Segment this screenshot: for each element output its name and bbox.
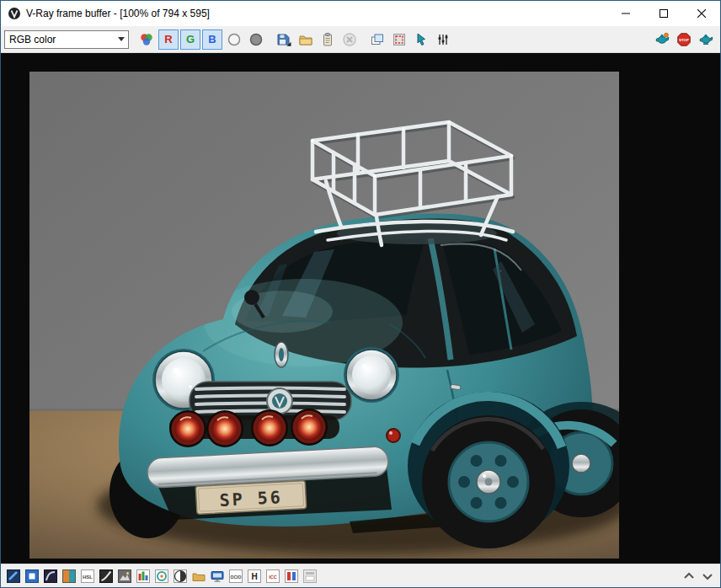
svg-text:ICC: ICC [269,574,277,579]
curve-corrections-button[interactable] [98,567,115,585]
levels-corrections-button[interactable] [135,567,152,585]
expand-corrections-button[interactable] [699,567,717,585]
caption-buttons [606,1,720,26]
stop-sign-icon: STOP [676,32,692,47]
white-balance-button[interactable] [153,567,171,585]
close-button[interactable] [682,1,720,26]
srgb-display-button[interactable] [209,567,227,585]
gamma-correction-button[interactable] [42,567,60,585]
stamp-image-icon [117,569,132,584]
dock-panel-button[interactable] [302,567,319,585]
region-render-button[interactable] [389,29,409,50]
copy-to-clipboard-button[interactable] [318,29,338,50]
rgb-channels-button[interactable] [136,29,157,50]
lut-correction-button[interactable] [190,567,208,585]
frame-buffer-viewport[interactable]: SP 56 [1,53,720,564]
clamp-colors-icon [6,569,21,584]
close-icon [697,9,706,18]
exposure-correction-button[interactable] [172,567,190,585]
chevron-down-icon [700,569,715,584]
window-title: V-Ray frame buffer - [100% of 794 x 595] [26,8,210,19]
save-image-button[interactable] [274,29,294,50]
vray-frame-buffer-window: V-Ray frame buffer - [100% of 794 x 595]… [0,0,721,588]
gamma-icon [43,569,58,584]
clear-image-button[interactable] [339,29,360,50]
duplicate-to-host-button[interactable] [367,29,387,50]
monochrome-button[interactable] [246,29,266,50]
load-image-button[interactable] [296,29,316,50]
region-render-icon [392,32,407,47]
render-last-teapot-icon [654,32,670,47]
pixel-information-button[interactable] [61,567,78,585]
channel-select-dropdown[interactable]: RGB color [4,30,129,49]
blue-channel-button[interactable]: B [202,29,222,50]
channel-select-value: RGB color [9,34,56,45]
collapse-corrections-button[interactable] [681,567,698,585]
compare-bars-icon [284,569,299,584]
corrections-toolbar: HSL OCIO H ICC [1,564,720,587]
red-channel-button[interactable]: R [158,29,179,50]
ocio-correction-button[interactable]: OCIO [227,567,245,585]
srgb-monitor-icon [210,569,225,584]
green-channel-label: G [186,34,195,45]
dock-icon [302,569,318,584]
svg-text:H: H [251,572,257,581]
levels-icon [136,569,151,584]
duplicate-frames-icon [370,32,385,47]
clipboard-icon [320,32,335,47]
icc-profile-button[interactable]: ICC [264,567,282,585]
rendered-image[interactable]: SP 56 [29,72,619,559]
rgb-channels-icon [139,32,154,47]
hsl-corrections-button[interactable]: HSL [79,567,97,585]
icc-icon: ICC [265,569,280,584]
render-teapot-icon [698,32,713,47]
curves-icon [99,569,114,584]
vray-logo-icon [8,7,21,20]
maximize-icon [660,9,668,18]
ocio-icon: OCIO [228,569,243,584]
blue-channel-label: B [208,34,216,45]
pixel-info-icon [61,569,77,584]
render-controls-group: STOP [651,29,717,50]
correction-controls-button[interactable] [433,29,453,50]
force-color-clamping-button[interactable] [5,567,23,585]
dropdown-arrow-icon [114,31,128,48]
monochrome-icon [248,32,264,47]
minimize-icon [622,9,630,18]
view-clamped-colors-button[interactable] [24,567,41,585]
svg-text:OCIO: OCIO [231,574,242,579]
titlebar[interactable]: V-Ray frame buffer - [100% of 794 x 595] [1,1,720,26]
chevron-up-icon [681,569,697,584]
history-icon: H [247,569,262,584]
minimize-button[interactable] [606,1,644,26]
render-button[interactable] [696,29,716,50]
red-channel-label: R [164,34,172,45]
maximize-button[interactable] [644,1,682,26]
render-last-button[interactable] [652,29,672,50]
folder-icon [298,32,313,47]
white-balance-icon [154,569,169,584]
alpha-channel-icon [227,32,242,47]
alpha-channel-button[interactable] [224,29,244,50]
exposure-icon [173,569,188,584]
save-icon [276,32,291,47]
lut-folder-icon [191,569,206,584]
clear-icon [342,32,357,47]
corrections-expanders [680,567,717,585]
green-channel-button[interactable]: G [180,29,200,50]
view-clamped-icon [24,569,40,584]
follow-mouse-button[interactable] [411,29,431,50]
svg-text:HSL: HSL [83,574,93,579]
sliders-icon [435,32,451,47]
cursor-icon [414,32,429,47]
hsl-icon: HSL [80,569,95,584]
svg-text:STOP: STOP [679,37,689,41]
stop-render-button[interactable]: STOP [674,29,694,50]
compare-images-button[interactable] [283,567,301,585]
main-toolbar: RGB color R G B [1,26,720,53]
show-stamp-button[interactable] [116,567,134,585]
render-history-button[interactable]: H [246,567,264,585]
